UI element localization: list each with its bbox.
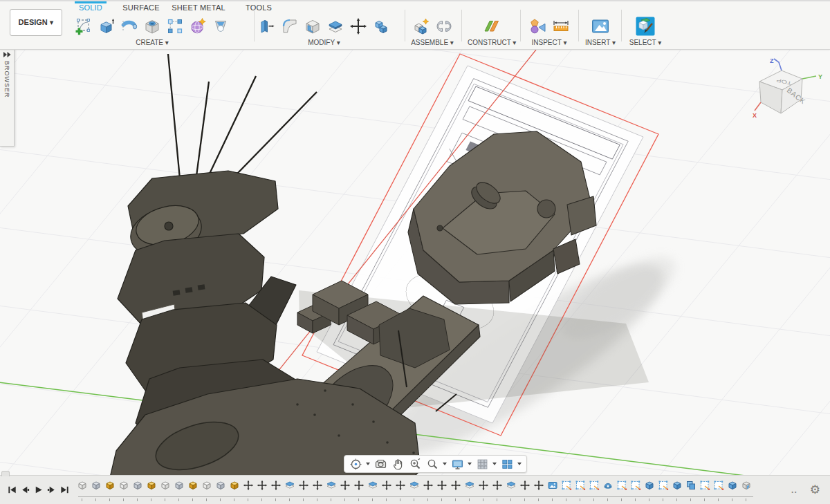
browser-panel-collapsed[interactable]: BROWSER (0, 48, 15, 147)
timeline-feature-box-silver[interactable] (91, 479, 102, 497)
zoom-dropdown-caret[interactable] (443, 463, 447, 465)
timeline-feature-move[interactable] (353, 479, 365, 497)
viewports-dropdown-caret[interactable] (517, 463, 522, 465)
timeline-feature-move[interactable] (436, 479, 448, 497)
hole-button[interactable] (142, 16, 163, 37)
orbit-dropdown-caret[interactable] (366, 463, 370, 465)
playback-go-to-start-button[interactable] (6, 485, 17, 496)
insert-canvas-button[interactable] (590, 16, 611, 37)
press-pull-button[interactable] (257, 16, 277, 37)
look-at-icon[interactable] (373, 457, 389, 471)
timeline-feature-offset[interactable] (506, 479, 517, 497)
revolve-button[interactable] (119, 16, 140, 37)
grid-and-snaps-icon[interactable] (474, 457, 490, 471)
timeline-feature-move[interactable] (270, 479, 282, 497)
group-inspect-label[interactable]: INSPECT ▾ (524, 39, 574, 46)
measure-button[interactable] (528, 16, 548, 37)
group-modify-label[interactable]: MODIFY ▾ (257, 39, 391, 46)
new-component-button[interactable] (411, 16, 432, 37)
orbit-icon[interactable] (348, 457, 364, 471)
timeline-feature-extrude[interactable] (672, 479, 683, 497)
timeline-feature-offset[interactable] (409, 479, 420, 497)
joint-button[interactable] (434, 16, 454, 37)
timeline-feature-shell[interactable] (741, 479, 752, 497)
timeline-feature-move[interactable] (257, 479, 268, 497)
move-copy-button[interactable] (348, 16, 369, 37)
timeline-feature-image[interactable] (547, 479, 558, 497)
timeline-feature-box-gold[interactable] (229, 479, 240, 497)
timeline-feature-move[interactable] (533, 479, 544, 497)
group-construct-label[interactable]: CONSTRUCT ▾ (468, 39, 516, 46)
timeline-feature-sketch[interactable] (616, 479, 627, 497)
timeline-feature-box-gold[interactable] (187, 479, 199, 497)
display-settings-icon[interactable] (450, 457, 465, 471)
loft-button[interactable] (210, 16, 231, 37)
tab-tools[interactable]: TOOLS (243, 1, 274, 13)
extrude-button[interactable] (96, 16, 117, 37)
playback-play-button[interactable] (33, 485, 44, 496)
group-select-label[interactable]: SELECT ▾ (625, 39, 665, 46)
rectangular-pattern-button[interactable] (165, 16, 185, 37)
viewcube[interactable]: Z Y X TOP BACK (751, 54, 826, 130)
timeline-feature-sketch[interactable] (699, 479, 710, 497)
timeline-feature-box-silver[interactable] (132, 479, 143, 497)
timeline-feature-move[interactable] (519, 479, 531, 497)
timeline-feature-extrude[interactable] (727, 479, 738, 497)
create-form-button[interactable] (187, 16, 208, 37)
timeline-feature-move[interactable] (395, 479, 406, 497)
timeline-feature-box-white[interactable] (160, 479, 171, 497)
timeline-feature-move[interactable] (243, 479, 254, 497)
timeline-feature-box-gold[interactable] (104, 479, 116, 497)
viewports-icon[interactable] (499, 457, 515, 471)
timeline-settings-gear-icon[interactable]: ⚙ (810, 484, 820, 496)
playback-step-forward-button[interactable] (46, 485, 57, 496)
timeline-feature-move[interactable] (381, 479, 392, 497)
tab-solid[interactable]: SOLID (75, 1, 107, 13)
timeline-feature-move[interactable] (478, 479, 489, 497)
timeline-feature-box-white[interactable] (118, 479, 129, 497)
timeline-feature-sketch[interactable] (658, 479, 669, 497)
fillet-button[interactable] (279, 16, 300, 37)
timeline-feature-sketch[interactable] (713, 479, 724, 497)
timeline-feature-box-white[interactable] (77, 479, 88, 497)
3d-viewport[interactable]: BROWSER Z Y X TOP BACK (0, 48, 830, 476)
group-assemble-label[interactable]: ASSEMBLE ▾ (409, 39, 455, 46)
timeline-feature-sketch[interactable] (575, 479, 586, 497)
tab-surface[interactable]: SURFACE (122, 1, 160, 13)
create-sketch-button[interactable] (73, 16, 94, 37)
zoom-icon[interactable] (425, 457, 441, 471)
timeline-feature-box-white[interactable] (201, 479, 212, 497)
timeline-feature-box-gold[interactable] (146, 479, 157, 497)
pan-icon[interactable] (390, 457, 406, 471)
timeline-feature-move[interactable] (340, 479, 351, 497)
measure-distance-button[interactable] (551, 16, 571, 37)
combine-button[interactable] (371, 16, 391, 37)
timeline-feature-extrude[interactable] (644, 479, 655, 497)
display-settings-dropdown-caret[interactable] (468, 463, 472, 465)
offset-face-button[interactable] (325, 16, 346, 37)
timeline-feature-offset[interactable] (284, 479, 295, 497)
group-insert-label[interactable]: INSERT ▾ (581, 39, 620, 46)
timeline-feature-revolve[interactable] (602, 479, 614, 497)
timeline-notch[interactable] (1, 471, 10, 476)
playback-step-back-button[interactable] (19, 485, 30, 496)
timeline-feature-move[interactable] (450, 479, 461, 497)
timeline-feature-box-silver[interactable] (215, 479, 226, 497)
timeline-feature-sketch[interactable] (589, 479, 600, 497)
select-tool-button[interactable] (635, 16, 656, 37)
timeline-feature-offset[interactable] (464, 479, 475, 497)
playback-go-to-end-button[interactable] (59, 485, 70, 496)
timeline-feature-move[interactable] (298, 479, 309, 497)
timeline-feature-move[interactable] (492, 479, 503, 497)
timeline-feature-sketch[interactable] (630, 479, 641, 497)
timeline-feature-combine[interactable] (685, 479, 697, 497)
timeline-feature-offset[interactable] (326, 479, 337, 497)
timeline-feature-offset[interactable] (367, 479, 378, 497)
grid-and-snaps-dropdown-caret[interactable] (492, 463, 497, 465)
construction-plane-button[interactable] (481, 16, 502, 37)
timeline-feature-sketch[interactable] (561, 479, 572, 497)
group-create-label[interactable]: CREATE ▾ (73, 39, 231, 46)
timeline-feature-box-silver[interactable] (174, 479, 185, 497)
timeline-feature-move[interactable] (423, 479, 434, 497)
tab-sheet-metal[interactable]: SHEET METAL (170, 1, 227, 13)
